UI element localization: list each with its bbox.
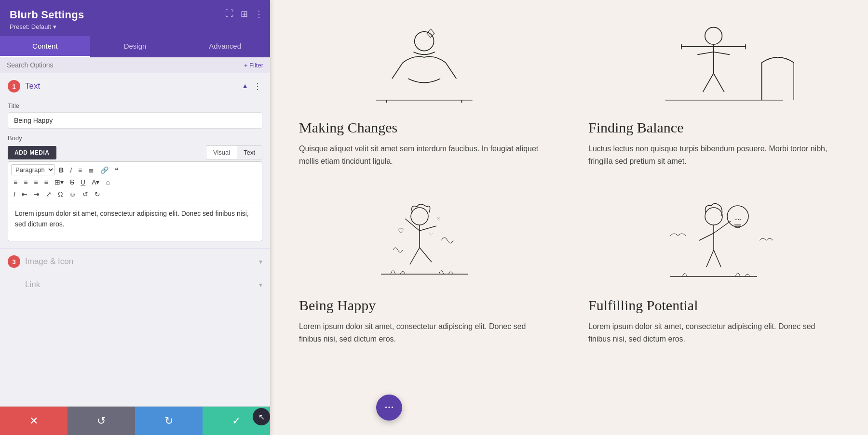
editor-box: Paragraph Heading 1 Heading 2 B I ≡ ≣ 🔗 … xyxy=(8,161,262,241)
omega-button[interactable]: Ω xyxy=(55,189,65,199)
main-content: Making Changes Quisque aliquet velit sit… xyxy=(270,0,868,435)
image-section-header[interactable]: 3 Image & Icon ▾ xyxy=(0,249,270,273)
link-section-header[interactable]: Link ▾ xyxy=(0,273,270,294)
image-section-title: Image & Icon xyxy=(25,257,254,266)
finding-balance-illustration xyxy=(588,14,839,111)
indent-left-button[interactable]: ⇤ xyxy=(19,189,30,199)
panel-bottom-toolbar: ✕ ↺ ↻ ✓ xyxy=(0,406,270,435)
making-changes-title: Making Changes xyxy=(299,119,550,136)
panel-tabs: Content Design Advanced xyxy=(0,36,270,57)
section-number-1: 1 xyxy=(8,80,20,92)
svg-text:♡: ♡ xyxy=(429,232,433,237)
title-input[interactable] xyxy=(8,112,262,129)
body-field-label: Body xyxy=(8,134,262,142)
expand-icon[interactable]: ⛶ xyxy=(225,9,234,19)
section-number-3: 3 xyxy=(8,255,20,268)
being-happy-illustration: ♡ ♡ ♡ xyxy=(299,192,550,289)
indent-right-button[interactable]: ⇥ xyxy=(31,189,42,199)
link-section-chevron: ▾ xyxy=(259,281,262,289)
tab-design[interactable]: Design xyxy=(90,36,180,57)
panel-title: Blurb Settings xyxy=(10,9,260,21)
text-section-content: Title Body ADD MEDIA Visual Text Paragra… xyxy=(0,102,270,248)
emoji-button[interactable]: ☺ xyxy=(67,189,78,199)
fab-button[interactable]: ··· xyxy=(376,395,402,421)
fulfilling-potential-body: Lorem ipsum dolor sit amet, consectetur … xyxy=(588,320,839,346)
being-happy-title: Being Happy xyxy=(299,297,550,314)
being-happy-body: Lorem ipsum dolor sit amet, consectetur … xyxy=(299,320,550,346)
text-button[interactable]: Text xyxy=(237,146,262,159)
text-color-button[interactable]: A▾ xyxy=(89,177,102,187)
editor-toolbar-top: ADD MEDIA Visual Text xyxy=(8,145,262,159)
blurb-item-making-changes: Making Changes Quisque aliquet velit sit… xyxy=(299,14,550,168)
fulfilling-potential-illustration xyxy=(588,192,839,289)
svg-point-4 xyxy=(705,27,722,45)
panel-header-icons: ⛶ ⊞ ⋮ xyxy=(225,9,263,19)
link-section-title: Link xyxy=(25,280,254,290)
link-button[interactable]: 🔗 xyxy=(98,165,111,175)
making-changes-illustration xyxy=(299,14,550,111)
redo-button[interactable]: ↻ xyxy=(135,407,203,435)
strikethrough-button[interactable]: S xyxy=(68,177,77,187)
bold-button[interactable]: B xyxy=(56,165,66,175)
editor-toolbar: Paragraph Heading 1 Heading 2 B I ≡ ≣ 🔗 … xyxy=(8,162,262,202)
align-center-button[interactable]: ≡ xyxy=(21,177,30,187)
visual-button[interactable]: Visual xyxy=(206,146,237,159)
toolbar-row-3: I ⇤ ⇥ ⤢ Ω ☺ ↺ ↻ xyxy=(11,189,259,199)
fulfilling-potential-title: Fulfilling Potential xyxy=(588,297,839,314)
text-section-header[interactable]: 1 Text ▲ ⋮ xyxy=(0,73,270,97)
blurb-grid: Making Changes Quisque aliquet velit sit… xyxy=(299,14,839,346)
title-field-label: Title xyxy=(8,102,262,109)
underline-button[interactable]: U xyxy=(78,177,88,187)
image-section-chevron: ▾ xyxy=(259,258,262,266)
making-changes-body: Quisque aliquet velit sit amet sem inter… xyxy=(299,143,550,168)
panel-search: + Filter xyxy=(0,57,270,73)
blurb-item-finding-balance: Finding Balance Luctus lectus non quisqu… xyxy=(588,14,839,168)
add-media-button[interactable]: ADD MEDIA xyxy=(8,146,56,159)
align-right-button[interactable]: ≡ xyxy=(31,177,40,187)
cancel-button[interactable]: ✕ xyxy=(0,407,68,435)
blurb-item-fulfilling-potential: Fulfilling Potential Lorem ipsum dolor s… xyxy=(588,192,839,346)
filter-button[interactable]: + Filter xyxy=(244,62,263,69)
settings-arrow-icon[interactable]: ↖ xyxy=(253,408,270,425)
more-icon[interactable]: ⋮ xyxy=(255,9,263,19)
panel-header: Blurb Settings Preset: Default ▾ ⛶ ⊞ ⋮ xyxy=(0,0,270,36)
svg-text:♡: ♡ xyxy=(398,227,404,235)
finding-balance-title: Finding Balance xyxy=(588,119,839,136)
panel-preset: Preset: Default ▾ xyxy=(10,23,260,30)
paragraph-select[interactable]: Paragraph Heading 1 Heading 2 xyxy=(11,164,55,175)
settings-panel: Blurb Settings Preset: Default ▾ ⛶ ⊞ ⋮ C… xyxy=(0,0,270,435)
align-left-button[interactable]: ≡ xyxy=(11,177,20,187)
align-justify-button[interactable]: ≡ xyxy=(42,177,51,187)
blurb-item-being-happy: ♡ ♡ ♡ Being Happy Lorem ipsum dolor sit … xyxy=(299,192,550,346)
svg-point-10 xyxy=(411,208,428,225)
link-section: Link ▾ xyxy=(0,273,270,294)
undo-button[interactable]: ↺ xyxy=(68,407,135,435)
text-section-dots[interactable]: ⋮ xyxy=(253,81,262,92)
image-icon-section: 3 Image & Icon ▾ xyxy=(0,248,270,273)
table-button[interactable]: ⊞▾ xyxy=(52,177,66,187)
text-section-title: Text xyxy=(25,81,237,91)
visual-text-toggle: Visual Text xyxy=(206,145,262,159)
text-section: 1 Text ▲ ⋮ Title Body ADD MEDIA Visual T… xyxy=(0,73,270,248)
undo-editor-button[interactable]: ↺ xyxy=(80,189,91,199)
toolbar-row-1: Paragraph Heading 1 Heading 2 B I ≡ ≣ 🔗 … xyxy=(11,164,259,175)
fullscreen-button[interactable]: ⤢ xyxy=(43,189,54,199)
toolbar-row-2: ≡ ≡ ≡ ≡ ⊞▾ S U A▾ ⌂ xyxy=(11,177,259,187)
tab-advanced[interactable]: Advanced xyxy=(180,36,270,57)
ordered-list-button[interactable]: ≣ xyxy=(86,165,96,175)
italic2-button[interactable]: I xyxy=(11,189,18,199)
panel-body: 1 Text ▲ ⋮ Title Body ADD MEDIA Visual T… xyxy=(0,73,270,406)
fab-icon: ··· xyxy=(384,400,394,415)
svg-point-0 xyxy=(415,32,434,51)
tab-content[interactable]: Content xyxy=(0,36,90,57)
editor-content[interactable]: Lorem ipsum dolor sit amet, consectetur … xyxy=(8,202,262,241)
svg-text:♡: ♡ xyxy=(436,217,441,222)
blockquote-button[interactable]: ❝ xyxy=(112,165,121,175)
layout-icon[interactable]: ⊞ xyxy=(241,9,248,19)
italic-button[interactable]: I xyxy=(68,165,74,175)
special-chars-button[interactable]: ⌂ xyxy=(104,177,112,187)
finding-balance-body: Luctus lectus non quisque turpis bibendu… xyxy=(588,143,839,168)
unordered-list-button[interactable]: ≡ xyxy=(76,165,84,175)
search-input[interactable] xyxy=(7,61,240,69)
redo-editor-button[interactable]: ↻ xyxy=(92,189,103,199)
